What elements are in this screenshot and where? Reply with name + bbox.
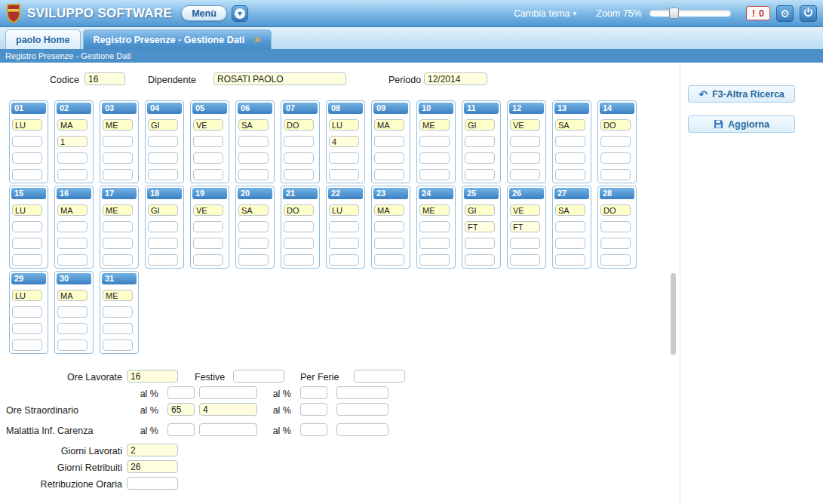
day-value-input[interactable] [238, 221, 269, 232]
day-value-input[interactable] [103, 340, 133, 351]
malattia-pct-input[interactable] [167, 423, 195, 436]
day-value-input[interactable] [103, 136, 133, 147]
day-value-input[interactable] [419, 136, 450, 147]
day-value-input[interactable] [465, 136, 495, 147]
day-value-input[interactable] [374, 152, 404, 164]
day-value-input[interactable] [148, 254, 178, 266]
malattia-right-pct-input[interactable] [300, 423, 327, 436]
day-dow-input[interactable] [465, 204, 495, 216]
day-value-input[interactable] [419, 152, 450, 164]
festive-input[interactable] [233, 370, 284, 383]
day-value-input[interactable] [12, 136, 42, 147]
day-dow-input[interactable] [419, 119, 450, 131]
day-value-input[interactable] [57, 323, 88, 334]
day-value-input[interactable] [12, 221, 42, 232]
day-value-input[interactable] [284, 254, 314, 266]
day-dow-input[interactable] [465, 119, 495, 131]
day-value-input[interactable] [600, 152, 631, 164]
day-value-input[interactable] [103, 306, 133, 318]
day-dow-input[interactable] [419, 204, 450, 216]
tab-paolo-home[interactable]: paolo Home [5, 29, 81, 49]
day-value-input[interactable] [374, 169, 404, 180]
day-dow-input[interactable] [600, 204, 631, 216]
day-value-input[interactable] [510, 136, 540, 147]
day-dow-input[interactable] [555, 119, 585, 131]
day-value-input[interactable] [12, 306, 42, 318]
day-value-input[interactable] [374, 254, 404, 266]
day-value-input[interactable] [148, 221, 178, 232]
day-dow-input[interactable] [238, 204, 269, 216]
day-dow-input[interactable] [374, 204, 404, 216]
day-value-input[interactable] [57, 306, 88, 318]
day-value-input[interactable] [57, 340, 88, 351]
day-dow-input[interactable] [193, 119, 223, 131]
day-dow-input[interactable] [12, 119, 42, 131]
day-value-input[interactable] [419, 169, 450, 180]
menu-toggle-button[interactable] [232, 5, 248, 22]
day-value-input[interactable] [510, 221, 540, 232]
day-value-input[interactable] [12, 152, 42, 164]
day-dow-input[interactable] [57, 119, 88, 131]
day-value-input[interactable] [193, 238, 223, 249]
day-value-input[interactable] [555, 221, 585, 232]
r2-left-value-input[interactable] [199, 386, 257, 399]
day-value-input[interactable] [510, 152, 540, 164]
dipendente-input[interactable] [213, 72, 346, 85]
day-value-input[interactable] [600, 238, 631, 249]
day-value-input[interactable] [12, 238, 42, 249]
f3-altra-ricerca-button[interactable]: ↶ F3-Altra Ricerca [688, 85, 795, 103]
day-value-input[interactable] [555, 136, 585, 147]
day-value-input[interactable] [465, 238, 495, 249]
day-value-input[interactable] [329, 238, 359, 249]
day-dow-input[interactable] [284, 204, 314, 216]
day-value-input[interactable] [57, 136, 88, 147]
giorni-retribuiti-input[interactable] [127, 460, 178, 473]
day-value-input[interactable] [600, 254, 631, 266]
straordinario-value-input[interactable] [199, 403, 257, 416]
malattia-value-input[interactable] [199, 423, 257, 436]
zoom-slider-handle[interactable] [669, 8, 679, 19]
day-value-input[interactable] [555, 238, 585, 249]
day-value-input[interactable] [374, 238, 404, 249]
day-value-input[interactable] [329, 136, 359, 147]
day-value-input[interactable] [193, 152, 223, 164]
day-dow-input[interactable] [510, 119, 540, 131]
straordinario-right-value-input[interactable] [336, 403, 388, 416]
day-value-input[interactable] [238, 254, 269, 266]
day-value-input[interactable] [600, 169, 631, 180]
day-dow-input[interactable] [12, 204, 42, 216]
straordinario-pct-input[interactable] [167, 403, 195, 416]
day-value-input[interactable] [510, 254, 540, 266]
r2-right-value-input[interactable] [336, 386, 388, 399]
day-dow-input[interactable] [600, 119, 631, 131]
zoom-slider[interactable] [649, 10, 731, 17]
day-value-input[interactable] [148, 238, 178, 249]
day-value-input[interactable] [103, 152, 133, 164]
day-dow-input[interactable] [284, 119, 314, 131]
day-value-input[interactable] [419, 238, 450, 249]
day-value-input[interactable] [193, 221, 223, 232]
day-value-input[interactable] [12, 169, 42, 180]
close-icon[interactable]: ✕ [253, 35, 261, 45]
day-value-input[interactable] [329, 254, 359, 266]
day-dow-input[interactable] [329, 119, 359, 131]
day-value-input[interactable] [148, 136, 178, 147]
day-value-input[interactable] [329, 169, 359, 180]
straordinario-right-pct-input[interactable] [300, 403, 327, 416]
ore-lavorate-input[interactable] [127, 370, 178, 383]
day-value-input[interactable] [329, 221, 359, 232]
r2-right-pct-input[interactable] [300, 386, 327, 399]
day-value-input[interactable] [57, 152, 88, 164]
day-dow-input[interactable] [148, 119, 178, 131]
day-dow-input[interactable] [12, 290, 42, 301]
malattia-right-value-input[interactable] [336, 423, 388, 436]
day-value-input[interactable] [284, 152, 314, 164]
aggiorna-button[interactable]: Aggiorna [688, 115, 795, 133]
per-ferie-input[interactable] [354, 370, 405, 383]
day-value-input[interactable] [103, 254, 133, 266]
codice-input[interactable] [84, 72, 125, 85]
day-value-input[interactable] [465, 152, 495, 164]
day-dow-input[interactable] [148, 204, 178, 216]
settings-button[interactable]: ⚙ [776, 5, 794, 22]
r2-left-pct-input[interactable] [167, 386, 195, 399]
